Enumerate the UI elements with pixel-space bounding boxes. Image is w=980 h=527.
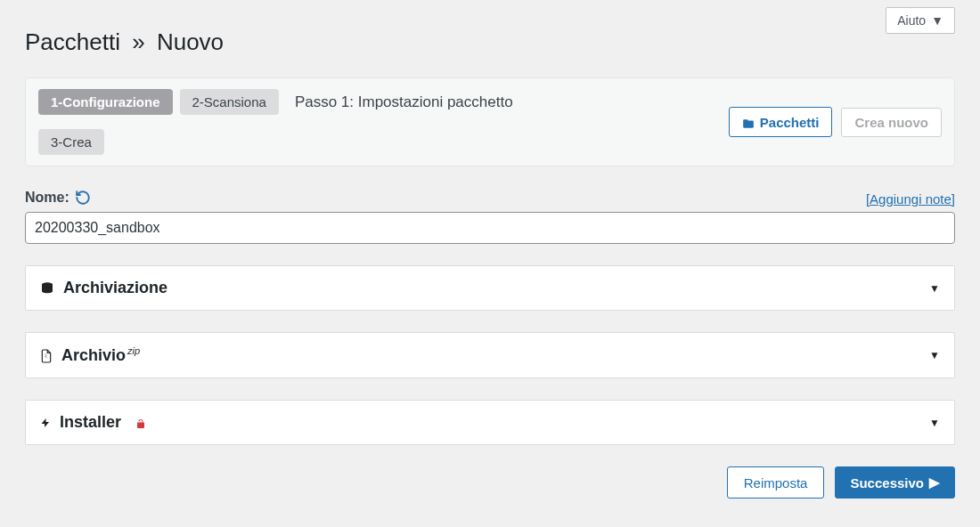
caret-down-icon: ▼	[929, 282, 940, 295]
page-title-main: Pacchetti	[25, 28, 120, 55]
help-button[interactable]: Aiuto ▼	[886, 7, 955, 34]
name-form: Nome: [Aggiungi note]	[25, 188, 955, 244]
steps-right: Pacchetti Crea nuovo	[729, 107, 942, 136]
reset-name-icon[interactable]	[75, 188, 91, 207]
add-notes-link[interactable]: [Aggiungi note]	[866, 191, 955, 207]
archive-panel[interactable]: Archiviozip ▼	[25, 332, 955, 378]
packages-label: Pacchetti	[760, 115, 820, 130]
caret-down-icon: ▼	[929, 349, 940, 361]
storage-panel[interactable]: Archiviazione ▼	[25, 265, 955, 311]
bolt-icon	[40, 413, 51, 432]
step-3-pill[interactable]: 3-Crea	[38, 129, 104, 155]
step-heading: Passo 1: Impostazioni pacchetto	[295, 93, 513, 111]
archive-label: Archivio	[61, 346, 126, 364]
step-1-pill[interactable]: 1-Configurazione	[38, 89, 173, 115]
storage-label: Archiviazione	[63, 279, 167, 297]
caret-down-icon: ▼	[929, 417, 940, 429]
lock-open-icon	[135, 415, 146, 429]
installer-panel[interactable]: Installer ▼	[25, 400, 955, 445]
create-new-label: Crea nuovo	[854, 115, 928, 130]
help-label: Aiuto	[897, 13, 926, 28]
step-2-pill[interactable]: 2-Scansiona	[180, 89, 279, 115]
packages-button[interactable]: Pacchetti	[729, 107, 833, 136]
name-label: Nome:	[25, 190, 69, 206]
play-icon: ▶	[929, 474, 940, 491]
next-label: Successivo	[850, 475, 924, 491]
archive-icon	[742, 114, 755, 129]
page-title-sub: Nuovo	[157, 28, 224, 55]
caret-down-icon: ▼	[931, 13, 943, 28]
package-name-input[interactable]	[25, 212, 955, 244]
archive-sup: zip	[127, 345, 140, 356]
page-title-sep: »	[132, 28, 144, 55]
file-archive-icon	[40, 346, 53, 365]
page-title: Pacchetti » Nuovo	[25, 28, 224, 56]
next-button[interactable]: Successivo ▶	[835, 466, 955, 499]
steps-bar: 1-Configurazione 2-Scansiona Passo 1: Im…	[25, 77, 955, 166]
database-icon	[40, 279, 54, 297]
steps-left: 1-Configurazione 2-Scansiona Passo 1: Im…	[38, 89, 593, 155]
create-new-button: Crea nuovo	[841, 108, 942, 137]
footer-buttons: Reimposta Successivo ▶	[25, 466, 955, 499]
reset-label: Reimposta	[744, 475, 808, 491]
reset-button[interactable]: Reimposta	[727, 466, 825, 499]
installer-label: Installer	[60, 413, 121, 432]
